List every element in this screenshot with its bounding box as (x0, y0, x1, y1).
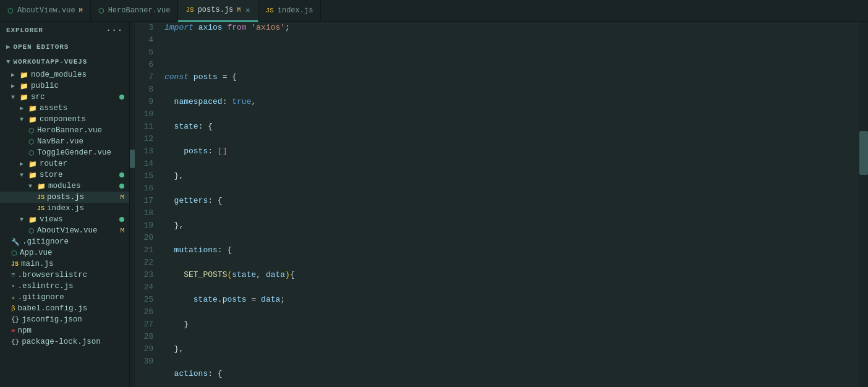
folder-icon: 📁 (28, 216, 37, 224)
tree-package-lock[interactable]: {} package-lock.json (0, 336, 129, 347)
code-line: }, (164, 343, 853, 355)
code-line: state: { (164, 121, 853, 133)
file-icon: 🔧 (11, 238, 20, 246)
js-icon: JS (266, 7, 274, 14)
vue-file-icon: ⬡ (28, 138, 35, 146)
tree-eslintrc[interactable]: • .eslintrc.js (0, 281, 129, 292)
line-num: 25 (135, 294, 153, 306)
modified-badge: M (120, 194, 124, 201)
tree-item-label: main.js (21, 260, 129, 268)
project-header[interactable]: ▼ WORKOUTAPP-VUEJS (0, 54, 129, 69)
tab-posts-label: posts.js (198, 6, 234, 14)
file-icon: ✦ (11, 294, 15, 302)
tree-modules[interactable]: ▼ 📁 modules (0, 181, 129, 192)
tree-herobanner[interactable]: ⬡ HeroBanner.vue (0, 125, 129, 136)
open-editors-header[interactable]: ▶ OPEN EDITORS (0, 39, 129, 54)
npm-icon: ≡ (11, 327, 15, 334)
line-num: 5 (135, 46, 153, 59)
tree-browserslist[interactable]: ≡ .browserslistrc (0, 270, 129, 281)
line-num: 10 (135, 108, 153, 121)
line-num: 29 (135, 343, 153, 355)
tab-posts-close[interactable]: ✕ (245, 6, 250, 15)
tree-app-vue[interactable]: ⬡ App.vue (0, 247, 129, 258)
tree-node-modules[interactable]: ▶ 📁 node_modules (0, 69, 129, 80)
tab-posts-modified: M (237, 7, 240, 14)
js-file-icon: JS (37, 194, 45, 201)
tree-views[interactable]: ▼ 📁 views (0, 214, 129, 225)
line-num: 12 (135, 133, 153, 145)
tree-item-label: .gitignore (22, 237, 129, 246)
tree-posts-js[interactable]: JS posts.js M (0, 192, 129, 203)
tree-item-label: posts.js (47, 193, 117, 202)
tree-item-label: assets (40, 104, 129, 113)
code-line: }, (164, 219, 853, 232)
tree-navbar[interactable]: ⬡ NavBar.vue (0, 136, 129, 147)
file-icon: ≡ (11, 271, 15, 279)
tree-item-label: HeroBanner.vue (37, 126, 129, 135)
line-num: 3 (135, 22, 153, 34)
tree-gitignore2[interactable]: 🔧 .gitignore (0, 236, 129, 247)
main-layout: EXPLORER ··· ▶ OPEN EDITORS ▼ WORKOUTAPP… (0, 22, 868, 387)
tree-item-label: public (31, 82, 129, 90)
line-num: 7 (135, 71, 153, 83)
tree-item-label: .browserslistrc (18, 271, 129, 279)
tree-gitignore[interactable]: ✦ .gitignore (0, 292, 129, 303)
folder-icon: 📁 (37, 182, 46, 190)
tree-togglegender[interactable]: ⬡ ToggleGender.vue (0, 147, 129, 158)
line-num: 16 (135, 182, 153, 195)
tree-aboutview[interactable]: ⬡ AboutView.vue M (0, 225, 129, 236)
tree-item-label: store (40, 171, 117, 179)
explorer-more-icon[interactable]: ··· (106, 25, 123, 35)
code-line: const posts = { (164, 71, 853, 83)
vue-icon: ⬡ (7, 7, 14, 15)
folder-icon: 📁 (20, 71, 28, 79)
tree-assets[interactable]: ▶ 📁 assets (0, 103, 129, 114)
modified-dot (119, 217, 124, 222)
sidebar-scrollbar[interactable] (130, 22, 135, 387)
tab-hero[interactable]: ⬡ HeroBanner.vue (91, 0, 179, 22)
tree-src[interactable]: ▼ 📁 src (0, 91, 129, 103)
tree-index-js[interactable]: JS index.js (0, 203, 129, 214)
tree-router[interactable]: ▶ 📁 router (0, 158, 129, 169)
explorer-header[interactable]: EXPLORER ··· (0, 22, 129, 39)
tree-babel[interactable]: β babel.config.js (0, 303, 129, 314)
line-num: 8 (135, 83, 153, 96)
code-line: posts: [] (164, 145, 853, 158)
code-line: SET_POSTS(state, data){ (164, 269, 853, 281)
tree-item-label: NavBar.vue (37, 137, 129, 146)
chevron-right-icon: ▶ (11, 71, 17, 79)
vue-icon: ⬡ (98, 7, 104, 15)
tree-item-label: index.js (47, 204, 129, 213)
tab-about[interactable]: ⬡ AboutView.vue M (0, 0, 91, 22)
chevron-down-icon: ▼ (28, 183, 35, 190)
code-editor[interactable]: import axios from 'axios'; const posts =… (158, 22, 859, 387)
tree-item-label: AboutView.vue (37, 226, 117, 235)
tree-public[interactable]: ▶ 📁 public (0, 80, 129, 91)
tree-item-label: views (40, 215, 117, 224)
code-line: } (164, 318, 853, 331)
vertical-scrollbar[interactable] (859, 22, 868, 387)
tree-npm[interactable]: ≡ npm (0, 325, 129, 336)
line-num: 18 (135, 207, 153, 219)
code-line: namespaced: true, (164, 96, 853, 108)
tab-about-modified: M (79, 7, 83, 14)
chevron-right-icon: ▶ (20, 104, 26, 112)
vue-file-icon: ⬡ (28, 127, 35, 135)
tree-components[interactable]: ▼ 📁 components (0, 114, 129, 125)
tab-posts[interactable]: JS posts.js M ✕ (178, 0, 258, 22)
tree-item-label: .gitignore (18, 293, 129, 302)
tree-item-label: .eslintrc.js (18, 282, 129, 291)
code-line (164, 46, 853, 59)
project-label: WORKOUTAPP-VUEJS (13, 58, 87, 66)
folder-icon: 📁 (20, 82, 28, 90)
line-num: 27 (135, 318, 153, 331)
file-icon: • (11, 283, 15, 290)
folder-icon: 📁 (28, 171, 37, 179)
tree-jsconfig[interactable]: {} jsconfig.json (0, 314, 129, 325)
chevron-down-icon: ▼ (20, 172, 26, 179)
tab-index[interactable]: JS index.js (258, 0, 321, 22)
tree-store[interactable]: ▼ 📁 store (0, 169, 129, 181)
tree-item-label: babel.config.js (18, 304, 129, 313)
sidebar: EXPLORER ··· ▶ OPEN EDITORS ▼ WORKOUTAPP… (0, 22, 130, 387)
tree-main-js[interactable]: JS main.js (0, 258, 129, 270)
